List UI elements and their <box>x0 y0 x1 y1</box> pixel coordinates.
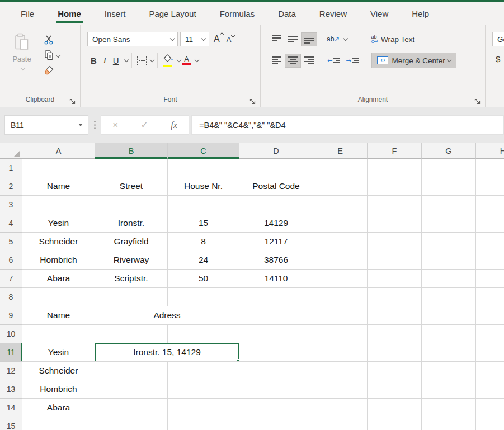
cell-G13[interactable] <box>422 380 476 399</box>
decrease-indent-button[interactable]: ← <box>324 57 343 64</box>
row-header-9[interactable]: 9 <box>0 306 22 325</box>
cell-G2[interactable] <box>422 177 476 196</box>
paste-dropdown-caret[interactable] <box>21 66 25 70</box>
orientation-button[interactable]: ab↗ <box>324 35 342 43</box>
cell-F7[interactable] <box>368 270 422 288</box>
cell-D10[interactable] <box>239 325 313 343</box>
cell-G10[interactable] <box>422 325 476 343</box>
cell-F13[interactable] <box>368 380 422 399</box>
tab-review[interactable]: Review <box>308 2 359 25</box>
cell-A14[interactable]: Abara <box>22 399 95 417</box>
row-header-2[interactable]: 2 <box>0 177 22 196</box>
row-header-11[interactable]: 11 <box>0 343 22 362</box>
row-header-12[interactable]: 12 <box>0 362 22 380</box>
cell-A11[interactable]: Yesin <box>22 343 95 362</box>
cell-D6[interactable]: 38766 <box>239 251 313 270</box>
cell-B12[interactable] <box>95 362 168 380</box>
cell-A3[interactable] <box>22 196 95 214</box>
cell-G1[interactable] <box>422 159 476 177</box>
paste-button[interactable]: Paste <box>7 33 37 77</box>
underline-dropdown-caret[interactable] <box>124 57 128 62</box>
cell-E10[interactable] <box>313 325 368 343</box>
font-dialog-launcher-icon[interactable] <box>249 97 256 104</box>
cell-E13[interactable] <box>313 380 368 399</box>
tab-insert[interactable]: Insert <box>93 2 138 25</box>
row-header-14[interactable]: 14 <box>0 399 22 417</box>
clipboard-dialog-launcher-icon[interactable] <box>69 97 76 104</box>
cell-C10[interactable] <box>168 325 239 343</box>
cell-B10[interactable] <box>95 325 168 343</box>
cell-F12[interactable] <box>368 362 422 380</box>
cell-D9[interactable] <box>239 306 313 325</box>
column-header-C[interactable]: C <box>168 143 239 159</box>
cell-H10[interactable] <box>476 325 504 343</box>
decrease-font-size-button[interactable]: A <box>224 35 234 44</box>
font-color-dropdown-caret[interactable] <box>194 57 199 62</box>
column-header-E[interactable]: E <box>313 143 368 159</box>
cell-B15[interactable] <box>95 417 168 430</box>
underline-button[interactable]: U <box>110 56 123 65</box>
cell-A5[interactable]: Schneider <box>22 233 95 251</box>
cell-G3[interactable] <box>422 196 476 214</box>
select-all-corner[interactable] <box>0 143 22 159</box>
cell-E6[interactable] <box>313 251 368 270</box>
cell-F9[interactable] <box>368 306 422 325</box>
cell-H12[interactable] <box>476 362 504 380</box>
orientation-dropdown-caret[interactable] <box>343 36 348 40</box>
enter-button[interactable]: ✓ <box>140 120 148 130</box>
cell-F6[interactable] <box>368 251 422 270</box>
cell-G14[interactable] <box>422 399 476 417</box>
cell-B14[interactable] <box>95 399 168 417</box>
cell-D15[interactable] <box>239 417 313 430</box>
cell-H5[interactable] <box>476 233 504 251</box>
font-color-button[interactable]: A <box>182 56 191 65</box>
cell-B2[interactable]: Street <box>95 177 168 196</box>
merge-center-dropdown-caret[interactable] <box>446 57 451 62</box>
row-header-7[interactable]: 7 <box>0 270 22 288</box>
cell-D8[interactable] <box>239 288 313 306</box>
cell-G11[interactable] <box>422 343 476 362</box>
cell-A12[interactable]: Schneider <box>22 362 95 380</box>
cell-D13[interactable] <box>239 380 313 399</box>
cell-F14[interactable] <box>368 399 422 417</box>
cancel-button[interactable]: × <box>112 120 118 130</box>
fill-color-dropdown-caret[interactable] <box>176 57 181 62</box>
cell-E2[interactable] <box>313 177 368 196</box>
row-header-6[interactable]: 6 <box>0 251 22 270</box>
borders-button[interactable] <box>137 56 147 65</box>
cell-H11[interactable] <box>476 343 504 362</box>
borders-dropdown-caret[interactable] <box>149 57 154 62</box>
increase-indent-button[interactable]: → <box>343 57 361 64</box>
formula-input[interactable]: =B4&" "&C4&","&" "&D4 <box>191 115 504 135</box>
bold-button[interactable]: B <box>87 56 100 65</box>
column-header-A[interactable]: A <box>22 143 95 159</box>
alignment-dialog-launcher-icon[interactable] <box>474 97 481 104</box>
cell-A2[interactable]: Name <box>22 177 95 196</box>
cell-H8[interactable] <box>476 288 504 306</box>
cell-C8[interactable] <box>168 288 239 306</box>
align-top-button[interactable] <box>269 32 285 46</box>
cell-F5[interactable] <box>368 233 422 251</box>
row-header-8[interactable]: 8 <box>0 288 22 306</box>
row-header-4[interactable]: 4 <box>0 214 22 233</box>
cell-B5[interactable]: Grayfield <box>95 233 168 251</box>
align-left-button[interactable] <box>269 54 285 68</box>
cell-D14[interactable] <box>239 399 313 417</box>
cell-C3[interactable] <box>168 196 239 214</box>
copy-button[interactable] <box>44 50 60 62</box>
merged-cell-B11[interactable]: Ironstr. 15, 14129 <box>95 343 239 362</box>
cell-D2[interactable]: Postal Code <box>239 177 313 196</box>
cell-G7[interactable] <box>422 270 476 288</box>
cell-F8[interactable] <box>368 288 422 306</box>
cell-C5[interactable]: 8 <box>168 233 239 251</box>
cell-C6[interactable]: 24 <box>168 251 239 270</box>
align-middle-button[interactable] <box>285 32 301 46</box>
cell-C15[interactable] <box>168 417 239 430</box>
column-header-D[interactable]: D <box>239 143 313 159</box>
cell-B1[interactable] <box>95 159 168 177</box>
row-header-5[interactable]: 5 <box>0 233 22 251</box>
cell-C4[interactable]: 15 <box>168 214 239 233</box>
cell-D4[interactable]: 14129 <box>239 214 313 233</box>
accounting-format-button[interactable]: $ <box>492 54 504 64</box>
tab-formulas[interactable]: Formulas <box>208 2 267 25</box>
